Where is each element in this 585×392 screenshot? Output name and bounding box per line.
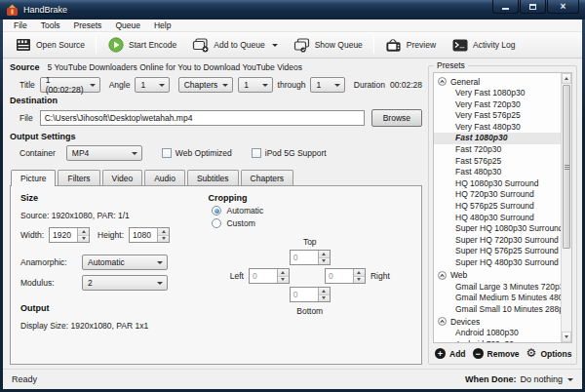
presets-scrollbar[interactable] <box>561 73 571 342</box>
maximize-icon <box>529 4 536 10</box>
stepper-arrows-icon[interactable] <box>353 269 365 283</box>
chevron-down-icon <box>157 282 163 285</box>
preset-item[interactable]: Gmail Small 10 Minutes 288p30 <box>434 304 561 316</box>
menu-tools[interactable]: Tools <box>34 20 67 30</box>
cropping-custom-radio[interactable]: Custom <box>212 218 411 228</box>
stepper-arrows-icon[interactable] <box>318 288 330 301</box>
crop-top-stepper[interactable]: 0 <box>290 250 331 265</box>
preset-item[interactable]: Fast 720p30 <box>434 144 561 156</box>
width-stepper[interactable]: 1920 <box>49 227 90 243</box>
preset-item[interactable]: Very Fast 576p25 <box>434 110 561 122</box>
gear-icon: ⚙ <box>526 348 537 359</box>
preset-item[interactable]: HQ 480p30 Surround <box>434 213 561 224</box>
preset-item[interactable]: HQ 1080p30 Surround <box>434 178 561 190</box>
browse-button[interactable]: Browse <box>371 109 422 127</box>
preset-group-name: Devices <box>450 317 480 327</box>
tab-picture[interactable]: Picture <box>11 170 56 186</box>
preset-item[interactable]: Gmail Large 3 Minutes 720p30 <box>434 282 561 294</box>
maximize-button[interactable] <box>520 0 546 14</box>
menu-queue[interactable]: Queue <box>108 20 147 30</box>
stepper-arrows-icon[interactable] <box>77 228 89 242</box>
ipod-support-label: iPod 5G Support <box>265 148 327 158</box>
when-done-select[interactable]: Do nothing <box>520 374 573 384</box>
preset-item[interactable]: Fast 1080p30 <box>434 133 561 144</box>
preset-item[interactable]: Fast 480p30 <box>434 167 561 178</box>
menu-presets[interactable]: Presets <box>67 20 109 30</box>
preset-item[interactable]: Super HQ 1080p30 Surround <box>434 223 561 235</box>
collapse-chevron-icon[interactable] <box>438 317 447 326</box>
ipod-support-checkbox[interactable]: iPod 5G Support <box>252 148 327 158</box>
preset-item[interactable]: Very Fast 720p30 <box>434 99 561 111</box>
menu-help[interactable]: Help <box>147 20 177 30</box>
preset-group-header[interactable]: General <box>434 75 561 88</box>
preset-item[interactable]: Fast 576p25 <box>434 156 561 168</box>
add-to-queue-label: Add to Queue <box>214 40 264 50</box>
show-queue-button[interactable]: Show Queue <box>286 36 370 55</box>
container-select[interactable]: MP4 <box>66 145 142 161</box>
chapter-end-select[interactable]: 1 <box>310 77 344 93</box>
play-circle-icon <box>107 38 124 53</box>
height-stepper[interactable]: 1080 <box>129 227 170 243</box>
minimize-button[interactable] <box>492 0 519 14</box>
crop-bottom-stepper[interactable]: 0 <box>290 287 331 302</box>
presets-panel: Presets GeneralVery Fast 1080p30Very Fas… <box>428 65 577 365</box>
tab-audio[interactable]: Audio <box>144 170 185 185</box>
preset-item[interactable]: Super HQ 720p30 Surround <box>434 235 561 247</box>
open-source-button[interactable]: Open Source <box>7 36 93 55</box>
stepper-arrows-icon[interactable] <box>277 269 289 283</box>
source-dimensions-text: Source: 1920x1080, PAR: 1/1 <box>20 211 208 220</box>
status-text: Ready <box>12 374 37 384</box>
stepper-arrows-icon[interactable] <box>157 228 169 242</box>
output-section-label: Output <box>20 303 208 313</box>
start-encode-button[interactable]: Start Encode <box>99 36 184 55</box>
crop-left-stepper[interactable]: 0 <box>249 268 290 284</box>
output-settings-section-label: Output Settings <box>10 132 422 141</box>
tab-filters[interactable]: Filters <box>58 170 99 185</box>
cropping-automatic-radio[interactable]: Automatic <box>212 206 411 216</box>
preset-item[interactable]: Super HQ 576p25 Surround <box>434 246 561 257</box>
preset-group-header[interactable]: Devices <box>434 315 561 328</box>
preset-add-button[interactable]: + Add <box>435 348 466 359</box>
preset-item[interactable]: Very Fast 1080p30 <box>434 88 561 99</box>
collapse-chevron-icon[interactable] <box>438 271 447 280</box>
titlebar[interactable]: HandBrake × <box>0 0 585 20</box>
duration-value: 00:02:28 <box>390 80 422 90</box>
tab-chapters[interactable]: Chapters <box>241 170 294 185</box>
preset-item[interactable]: Very Fast 480p30 <box>434 122 561 134</box>
toolbar-separator <box>96 36 97 54</box>
stepper-arrows-icon[interactable] <box>318 251 330 264</box>
angle-select[interactable]: 1 <box>135 77 169 93</box>
preset-item[interactable]: Android 720p30 <box>434 339 561 342</box>
crop-right-stepper[interactable]: 0 <box>325 268 366 284</box>
preview-button[interactable]: Preview <box>377 36 444 55</box>
preset-item[interactable]: HQ 576p25 Surround <box>434 201 561 213</box>
destination-section-label: Destination <box>10 96 422 105</box>
preset-item[interactable]: Super HQ 480p30 Surround <box>434 257 561 269</box>
anamorphic-select[interactable]: Automatic <box>82 255 168 270</box>
close-button[interactable]: × <box>547 0 579 14</box>
title-select[interactable]: 1 (00:02:28) <box>40 77 100 93</box>
scroll-up-icon[interactable] <box>562 73 571 84</box>
chevron-down-icon <box>272 44 278 47</box>
preset-options-button[interactable]: ⚙ Options <box>526 348 572 359</box>
show-queue-label: Show Queue <box>315 40 363 50</box>
preset-remove-button[interactable]: − Remove <box>473 348 520 359</box>
destination-path-input[interactable]: C:\Users\Jihosoft\Desktop\wetahah.mp4 <box>40 110 365 126</box>
collapse-chevron-icon[interactable] <box>438 77 447 86</box>
scroll-down-icon[interactable] <box>562 332 571 342</box>
tab-subtitles[interactable]: Subtitles <box>187 170 239 185</box>
web-optimized-checkbox[interactable]: Web Optimized <box>162 148 232 158</box>
preset-item[interactable]: Gmail Medium 5 Minutes 480p30 <box>434 293 561 304</box>
activity-log-button[interactable]: Activity Log <box>444 36 523 55</box>
menu-file[interactable]: File <box>7 20 34 30</box>
scrollbar-thumb[interactable] <box>563 85 570 249</box>
chevron-down-icon <box>157 261 163 264</box>
range-type-select[interactable]: Chapters <box>178 77 234 93</box>
preset-item[interactable]: Android 1080p30 <box>434 328 561 339</box>
add-to-queue-button[interactable]: Add to Queue <box>184 36 285 55</box>
preset-group-header[interactable]: Web <box>434 269 561 282</box>
chapter-start-select[interactable]: 1 <box>238 77 272 93</box>
modulus-select[interactable]: 2 <box>82 275 168 291</box>
preset-item[interactable]: HQ 720p30 Surround <box>434 189 561 201</box>
tab-video[interactable]: Video <box>102 170 143 185</box>
